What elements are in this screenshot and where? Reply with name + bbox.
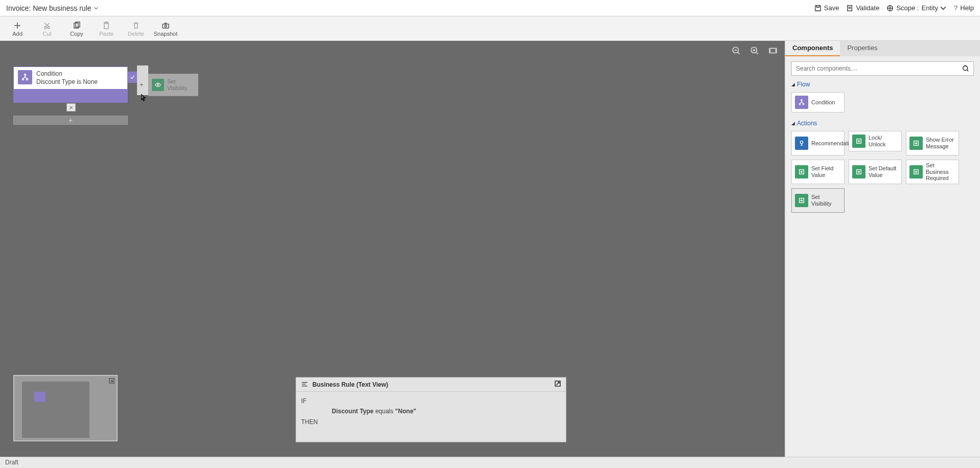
textview-then: THEN — [301, 417, 561, 427]
svg-rect-0 — [815, 5, 821, 11]
minimap-expand-icon[interactable] — [109, 378, 115, 385]
svg-point-17 — [157, 84, 159, 86]
toolbar: Add Cut Copy Paste Delete Snapshot — [0, 16, 980, 41]
cursor-icon — [141, 94, 147, 103]
chevron-down-icon[interactable] — [94, 6, 99, 11]
condition-subtitle: Discount Type is None — [36, 78, 98, 86]
show-error-message-icon — [909, 137, 923, 150]
delete-button[interactable]: Delete — [124, 18, 148, 40]
validate-button[interactable]: Validate — [846, 4, 879, 12]
svg-rect-1 — [848, 5, 852, 11]
component-condition[interactable]: Condition — [791, 92, 845, 113]
component-show-error-message[interactable]: Show Error Message — [906, 131, 959, 155]
condition-icon — [18, 70, 32, 84]
component-label: Set Business Required — [926, 162, 955, 182]
copy-button[interactable]: Copy — [64, 18, 89, 40]
component-recommendation[interactable]: Recommendation — [791, 131, 845, 155]
set-default-value-icon — [852, 165, 865, 179]
help-button[interactable]: ? Help — [954, 4, 974, 12]
condition-node[interactable]: Condition Discount Type is None — [13, 66, 128, 103]
page-title[interactable]: Invoice: New business rule — [6, 4, 92, 12]
minimap-node — [34, 392, 45, 402]
tab-components[interactable]: Components — [785, 41, 840, 56]
section-actions[interactable]: ◢Actions — [785, 118, 980, 130]
textview-clause: Discount Type equals "None" — [301, 406, 561, 416]
condition-title: Condition — [36, 70, 98, 78]
add-button[interactable]: Add — [5, 18, 30, 40]
zoom-out-icon[interactable] — [732, 46, 741, 55]
header-bar: Invoice: New business rule Save Validate… — [0, 0, 980, 16]
text-view-panel: Business Rule (Text View) IF Discount Ty… — [295, 377, 566, 442]
search-input[interactable] — [796, 65, 952, 72]
right-panel: Components Properties ◢Flow Condition ◢A… — [785, 41, 980, 457]
svg-point-24 — [800, 141, 803, 144]
set-field-value-icon — [795, 165, 808, 179]
snapshot-button[interactable]: Snapshot — [153, 18, 178, 40]
component-set-field-value[interactable]: Set Field Value — [791, 160, 845, 184]
save-button[interactable]: Save — [814, 4, 839, 12]
condition-icon — [795, 96, 808, 109]
component-set-business-required[interactable]: Set Business Required — [906, 160, 959, 184]
component-label: Condition — [811, 99, 835, 106]
fit-screen-icon[interactable] — [768, 46, 778, 55]
section-flow[interactable]: ◢Flow — [785, 79, 980, 91]
drag-ghost-set-visibility: Set Visibility — [148, 74, 198, 96]
search-components[interactable] — [791, 61, 974, 76]
set-visibility-icon — [795, 194, 808, 207]
search-icon — [962, 65, 969, 72]
minimap[interactable] — [13, 375, 118, 441]
false-branch-handle[interactable]: ✕ — [66, 103, 76, 112]
svg-rect-13 — [769, 49, 777, 53]
component-lock-unlock[interactable]: Lock/ Unlock — [849, 131, 902, 151]
textview-expand-icon[interactable] — [555, 381, 561, 388]
visibility-icon — [152, 79, 164, 91]
recommendation-icon — [795, 137, 808, 150]
svg-point-20 — [963, 66, 968, 71]
canvas[interactable]: Condition Discount Type is None ✕ + + Se… — [0, 41, 785, 457]
zoom-in-icon[interactable] — [750, 46, 759, 55]
tab-properties[interactable]: Properties — [840, 41, 884, 56]
drop-plus-icon: + — [140, 81, 144, 88]
component-set-default-value[interactable]: Set Default Value — [849, 160, 902, 184]
component-label: Show Error Message — [926, 137, 955, 149]
component-label: Lock/ Unlock — [869, 135, 886, 147]
status-bar: Draft — [0, 457, 980, 468]
drop-zone[interactable] — [137, 65, 148, 95]
set-business-required-icon — [909, 165, 923, 179]
component-label: Set Field Value — [811, 165, 841, 178]
cut-button[interactable]: Cut — [35, 18, 59, 40]
condition-footer-bar — [14, 89, 127, 102]
svg-point-10 — [165, 25, 167, 27]
true-branch-handle[interactable] — [128, 72, 137, 83]
textview-icon — [301, 381, 308, 388]
scope-selector[interactable]: Scope : Entity — [886, 4, 947, 12]
svg-rect-9 — [163, 24, 169, 28]
textview-title: Business Rule (Text View) — [312, 381, 388, 388]
textview-if: IF — [301, 396, 561, 406]
add-below-slot[interactable]: + — [13, 116, 128, 125]
component-set-visibility[interactable]: Set Visibility — [791, 188, 845, 213]
paste-button[interactable]: Paste — [94, 18, 119, 40]
lock-unlock-icon — [852, 135, 865, 148]
component-label: Set Visibility — [811, 194, 841, 207]
component-label: Set Default Value — [869, 165, 898, 178]
minimap-viewport[interactable] — [21, 381, 90, 438]
